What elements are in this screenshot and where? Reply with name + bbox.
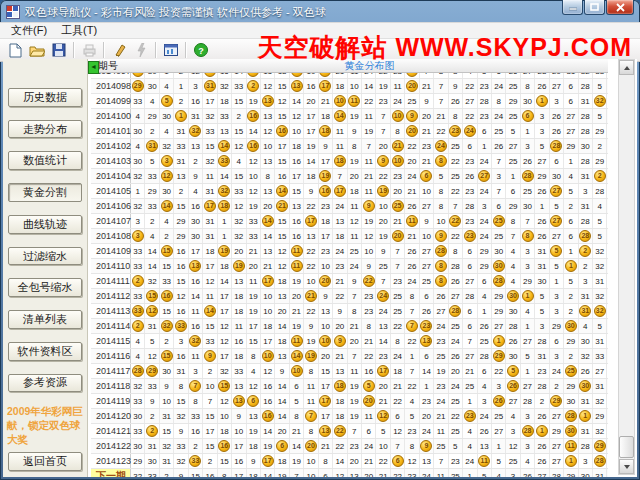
sidebar-item-曲线轨迹[interactable]: 曲线轨迹 (8, 215, 82, 234)
number-cell: 28 (550, 469, 564, 477)
save-icon[interactable] (48, 40, 70, 61)
minimize-button[interactable] (562, 0, 583, 15)
lightning-icon[interactable] (130, 40, 152, 61)
scroll-down-icon[interactable] (619, 459, 634, 474)
gold-coin-icon: 17 (334, 185, 346, 197)
number-cell: 19 (434, 364, 448, 378)
number-cell: 21 (362, 169, 376, 183)
table-row[interactable]: 2014104323312139111415108161718197202122… (91, 169, 608, 184)
table-row[interactable]: 2014103305331232334121315161417181911910… (91, 154, 608, 169)
table-row[interactable]: 2014100429301313233216131512171814191171… (91, 109, 608, 124)
table-row[interactable]: 2014115452332331216151718111910920211482… (91, 334, 608, 349)
number-cell: 6 (247, 394, 261, 408)
number-cell: 4 (160, 124, 174, 138)
collapse-sidebar-icon[interactable]: ◄ (88, 61, 99, 74)
table-row[interactable]: 2014108342293031132331415161317181112192… (91, 229, 608, 244)
open-folder-icon[interactable] (26, 40, 48, 61)
table-row[interactable]: 2014099334521617181519131214202110112223… (91, 94, 608, 109)
sidebar-item-数值统计[interactable]: 数值统计 (8, 151, 82, 170)
number-cell: 27 (463, 94, 477, 108)
table-row[interactable]: 2014110331415161317181920211211221023249… (91, 259, 608, 274)
number-cell: 10 (420, 229, 434, 243)
number-cell: 3 (550, 289, 564, 303)
number-cell: 16 (261, 379, 275, 393)
table-row[interactable]: 2014122303132332151617181961420212223241… (91, 439, 608, 454)
number-cell: 26 (405, 199, 419, 213)
table-row[interactable]: 2014121332159161718101914202181322765122… (91, 424, 608, 439)
titlebar[interactable]: 双色球导航仪 - 彩市有风险 投资需谨慎 软件仅供参考 - 双色球 (0, 0, 640, 22)
gold-coin-icon: 2 (132, 320, 144, 332)
maximize-button[interactable] (584, 0, 605, 15)
number-cell: 1 (521, 289, 535, 303)
number-cell: 22 (449, 229, 463, 243)
number-cell: 5 (593, 229, 607, 243)
vertical-scrollbar[interactable] (618, 59, 635, 475)
number-cell: 5 (550, 244, 564, 258)
table-row[interactable]: 2014098293041331323321215131617181014191… (91, 79, 608, 94)
gold-coin-icon: 11 (291, 335, 303, 347)
number-cell: 30 (564, 394, 578, 408)
table-row[interactable]: 2014106323314151617181219202113222324119… (91, 199, 608, 214)
sidebar-item-走势分布[interactable]: 走势分布 (8, 120, 82, 139)
number-cell: 25 (449, 424, 463, 438)
table-row[interactable]: 2014109331415161718192021131211222324251… (91, 244, 608, 259)
table-row[interactable]: 2014116412151611917188101314192021722232… (91, 349, 608, 364)
number-cell: 32 (593, 424, 607, 438)
table-row[interactable]: 2014114231323316151211171814199102021813… (91, 319, 608, 334)
table-row[interactable]: 2014107324293031132331415161718131219202… (91, 214, 608, 229)
number-cell: 24 (478, 229, 492, 243)
table-row[interactable]: 2014118323398710151312161461117181952021… (91, 379, 608, 394)
clear-icon[interactable] (108, 40, 130, 61)
table-row[interactable]: 2014117282930313232334129108151311161718… (91, 364, 608, 379)
table-row[interactable]: 2014105129302431323312131415916171811192… (91, 184, 608, 199)
number-cell: 21 (261, 259, 275, 273)
number-cell: 20 (376, 379, 390, 393)
table-row[interactable]: 2014123293031323321516917181910814202122… (91, 454, 608, 469)
print-icon[interactable] (78, 40, 100, 61)
number-cell: 33 (247, 229, 261, 243)
number-cell: 26 (478, 424, 492, 438)
sidebar-item-全包号缩水[interactable]: 全包号缩水 (8, 278, 82, 297)
number-cell: 19 (376, 79, 390, 93)
gold-coin-icon: 19 (233, 260, 245, 272)
number-cell: 2 (131, 274, 145, 288)
number-cell: 29 (174, 229, 188, 243)
sidebar-item-历史数据[interactable]: 历史数据 (8, 88, 82, 107)
number-cell: 4 (131, 139, 145, 153)
table-row[interactable]: 2014101302431323313151412161017181191978… (91, 124, 608, 139)
number-cell: 11 (203, 289, 217, 303)
scrollbar-thumb[interactable] (619, 436, 634, 458)
sidebar-item-过滤缩水[interactable]: 过滤缩水 (8, 247, 82, 266)
table-row[interactable]: 下一期3233291516817181419710612132021222324… (91, 469, 608, 477)
number-cell: 13 (290, 199, 304, 213)
number-cell: 6 (362, 424, 376, 438)
table-row[interactable]: 2014111232331516121413111718191020219227… (91, 274, 608, 289)
number-cell: 4 (232, 154, 246, 168)
help-icon[interactable]: ? (190, 40, 212, 61)
number-cell: 7 (463, 334, 477, 348)
close-button[interactable] (606, 0, 634, 15)
table-row[interactable]: 2014102431323313151412161017181991187202… (91, 139, 608, 154)
gold-coin-icon: 17 (262, 275, 274, 287)
table-row[interactable]: 2014119339101587121361614511171819202122… (91, 394, 608, 409)
chart-window-icon[interactable] (160, 40, 182, 61)
sidebar-item-清单列表[interactable]: 清单列表 (8, 310, 82, 329)
table-row[interactable]: 2014112331516121411171819101320219227232… (91, 289, 608, 304)
gold-coin-icon: 3 (132, 230, 144, 242)
number-cell: 4 (478, 379, 492, 393)
sidebar-item-软件资料区[interactable]: 软件资料区 (8, 342, 82, 361)
number-cell: 27 (521, 379, 535, 393)
sidebar-item-home[interactable]: 返回首页 (8, 452, 82, 471)
table-row[interactable]: 2014113331215161114171819102021221398232… (91, 304, 608, 319)
sidebar-item-黄金分割[interactable]: 黄金分割 (8, 183, 82, 202)
new-document-icon[interactable] (4, 40, 26, 61)
number-cell: 14 (261, 469, 275, 477)
menu-item[interactable]: 文件(F) (4, 23, 54, 38)
gold-coin-icon: 19 (377, 185, 389, 197)
number-cell: 7 (506, 229, 520, 243)
sidebar-item-参考资源[interactable]: 参考资源 (8, 374, 82, 393)
number-cell: 15 (275, 154, 289, 168)
table-row[interactable]: 2014120302313233151091316148717181911126… (91, 409, 608, 424)
menu-item[interactable]: 工具(T) (54, 23, 104, 38)
number-cell: 1 (492, 439, 506, 453)
